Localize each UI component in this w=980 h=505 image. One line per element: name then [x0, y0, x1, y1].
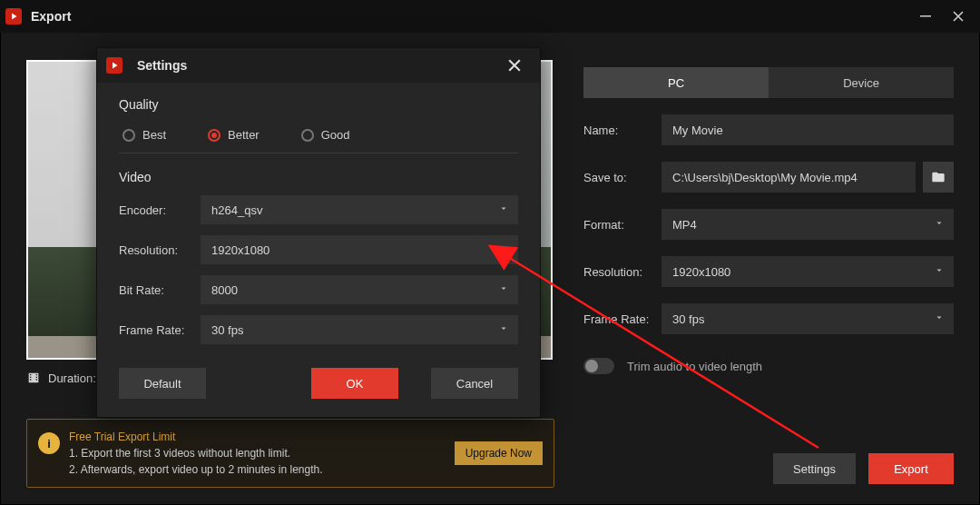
settings-resolution-label: Resolution: [119, 243, 193, 257]
chevron-down-icon [934, 265, 945, 279]
app-icon [106, 57, 122, 74]
cancel-button[interactable]: Cancel [431, 368, 518, 399]
encoder-select[interactable]: h264_qsv [201, 195, 518, 224]
quality-radio-group: Best Better Good [119, 123, 518, 153]
settings-framerate-select[interactable]: 30 fps [201, 315, 518, 344]
folder-icon [931, 170, 946, 184]
chevron-down-icon [934, 312, 945, 326]
chevron-down-icon [498, 283, 509, 297]
quality-best-radio[interactable]: Best [122, 128, 166, 142]
quality-better-radio[interactable]: Better [208, 128, 260, 142]
framerate-select[interactable]: 30 fps [662, 303, 954, 334]
export-actions: Settings Export [773, 453, 954, 484]
settings-close-button[interactable] [498, 53, 531, 78]
settings-title: Settings [137, 58, 498, 73]
duration-label: Duration: [48, 371, 96, 385]
settings-modal: Settings Quality Best Better Good Video … [96, 47, 541, 418]
resolution-select[interactable]: 1920x1080 [662, 256, 954, 287]
bitrate-label: Bit Rate: [119, 283, 193, 297]
encoder-label: Encoder: [119, 203, 193, 217]
trim-audio-toggle[interactable] [583, 358, 614, 374]
name-label: Name: [583, 124, 654, 137]
format-label: Format: [583, 218, 654, 232]
upgrade-button[interactable]: Upgrade Now [455, 441, 543, 465]
resolution-label: Resolution: [583, 265, 654, 279]
settings-resolution-select[interactable]: 1920x1080 [201, 235, 518, 264]
trim-audio-label: Trim audio to video length [627, 360, 762, 373]
export-window-title: Export [31, 9, 909, 24]
export-titlebar: Export [0, 0, 980, 33]
framerate-label: Frame Rate: [583, 312, 654, 326]
name-input[interactable] [662, 114, 954, 145]
app-icon [5, 8, 22, 25]
tab-pc[interactable]: PC [583, 67, 769, 98]
svg-rect-0 [920, 15, 931, 17]
info-icon: i [38, 432, 60, 454]
film-icon [26, 371, 41, 385]
save-to-input[interactable] [662, 162, 916, 193]
export-form: PC Device Name: Save to: Format: MP4 [583, 60, 954, 488]
save-to-label: Save to: [583, 171, 654, 184]
chevron-down-icon [498, 323, 509, 337]
settings-framerate-label: Frame Rate: [119, 323, 193, 337]
trial-line1: 1. Export the first 3 videos without len… [69, 445, 446, 461]
chevron-down-icon [498, 243, 509, 257]
format-select[interactable]: MP4 [662, 209, 954, 240]
trial-line2: 2. Afterwards, export video up to 2 minu… [69, 461, 446, 478]
tab-device[interactable]: Device [769, 67, 954, 98]
browse-folder-button[interactable] [923, 162, 954, 193]
ok-button[interactable]: OK [311, 368, 398, 399]
bitrate-select[interactable]: 8000 [201, 275, 518, 304]
quality-good-radio[interactable]: Good [301, 128, 350, 142]
trial-notice: i Free Trial Export Limit 1. Export the … [26, 419, 554, 488]
trial-title: Free Trial Export Limit [69, 429, 446, 445]
quality-section-title: Quality [119, 97, 518, 112]
chevron-down-icon [934, 218, 945, 232]
minimize-button[interactable] [909, 4, 942, 29]
default-button[interactable]: Default [119, 368, 206, 399]
settings-button[interactable]: Settings [773, 453, 856, 484]
export-button[interactable]: Export [868, 453, 954, 484]
close-button[interactable] [942, 4, 975, 29]
video-section-title: Video [119, 170, 518, 184]
output-tabs: PC Device [583, 67, 954, 98]
chevron-down-icon [498, 203, 509, 217]
